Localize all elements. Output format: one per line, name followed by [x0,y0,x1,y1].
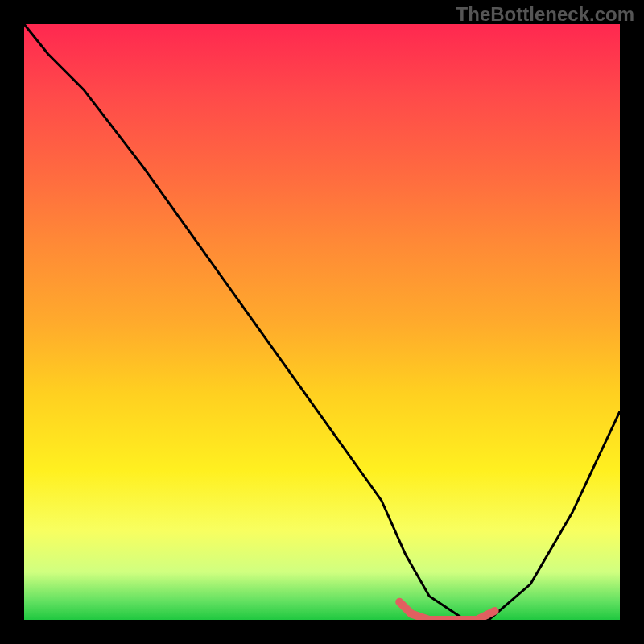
chart-plot-area [24,24,620,620]
bottleneck-curve [24,24,620,620]
watermark-text: TheBottleneck.com [456,3,634,26]
valley-highlight-segment [399,602,494,620]
chart-svg [24,24,620,620]
